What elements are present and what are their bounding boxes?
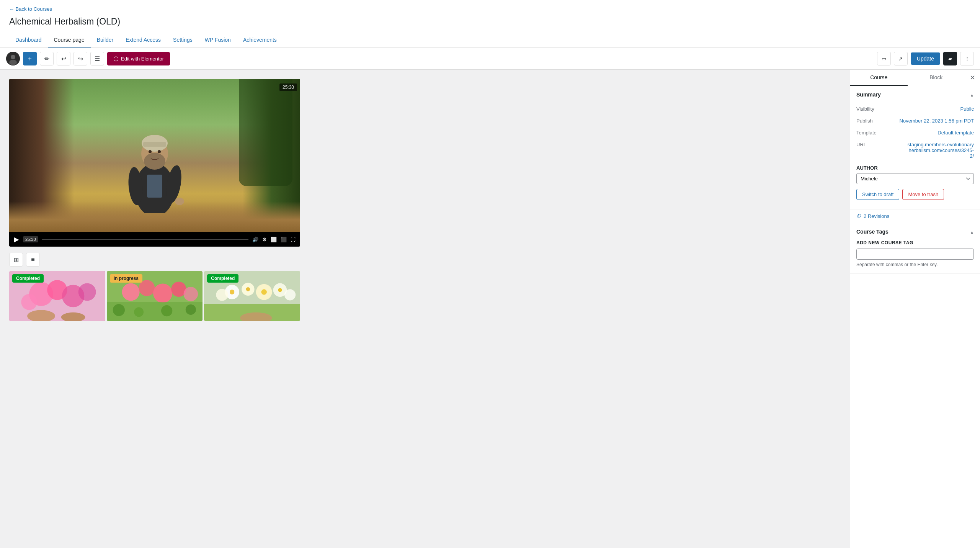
fullscreen-icon[interactable]: ⛶ bbox=[291, 237, 296, 242]
editor-toolbar: ＋ ✏ ↩ ↪ ☰ ⬡ Edit with Elementor ▭ ↗ Upda… bbox=[0, 48, 980, 70]
tab-builder[interactable]: Builder bbox=[91, 33, 120, 47]
svg-point-31 bbox=[134, 307, 144, 317]
close-icon: ✕ bbox=[970, 74, 975, 82]
template-value[interactable]: Default template bbox=[938, 130, 974, 136]
settings-panel-button[interactable]: ▰ bbox=[943, 52, 957, 65]
redo-button[interactable]: ↪ bbox=[74, 52, 87, 65]
template-row: Template Default template bbox=[856, 127, 974, 139]
course-tags-chevron-icon bbox=[970, 229, 974, 235]
external-link-button[interactable]: ↗ bbox=[894, 52, 908, 65]
main-layout: 25:30 ▶ 25:30 🔊 ⚙ ⬜ ⬛ ⛶ ⊞ ≡ bbox=[0, 70, 980, 548]
svg-point-7 bbox=[175, 198, 184, 205]
revisions-row[interactable]: ⏱ 2 Revisions bbox=[850, 209, 980, 223]
edit-tool-button[interactable]: ✏ bbox=[40, 52, 54, 65]
video-progress-bar[interactable] bbox=[42, 239, 248, 240]
svg-point-26 bbox=[153, 284, 172, 303]
summary-section: Summary Visibility Public Publish Novemb… bbox=[850, 86, 980, 209]
svg-point-42 bbox=[246, 287, 250, 291]
video-scene: 25:30 bbox=[9, 79, 300, 232]
svg-point-30 bbox=[113, 304, 124, 316]
svg-point-2 bbox=[9, 60, 17, 65]
settings-video-icon[interactable]: ⚙ bbox=[262, 237, 267, 242]
action-buttons: Switch to draft Move to trash bbox=[856, 189, 974, 200]
airplay-icon[interactable]: ⬜ bbox=[271, 237, 277, 242]
undo-button[interactable]: ↩ bbox=[57, 52, 70, 65]
svg-point-14 bbox=[158, 150, 161, 153]
elementor-icon: ⬡ bbox=[113, 55, 119, 62]
undo-icon: ↩ bbox=[61, 55, 66, 62]
more-options-button[interactable]: ⋮ bbox=[960, 52, 974, 65]
svg-point-43 bbox=[261, 289, 267, 295]
url-value[interactable]: staging.members.evolutionaryherbalism.co… bbox=[905, 142, 974, 159]
sidebar-panel: Course Block ✕ Summary Visibility Public… bbox=[850, 70, 980, 548]
video-controls: ▶ 25:30 🔊 ⚙ ⬜ ⬛ ⛶ bbox=[9, 232, 300, 247]
svg-point-39 bbox=[216, 289, 228, 301]
svg-point-24 bbox=[122, 283, 139, 301]
back-to-courses-link[interactable]: ← Back to Courses bbox=[9, 6, 52, 12]
kebab-menu-icon: ⋮ bbox=[965, 56, 970, 62]
gallery-toolbar: ⊞ ≡ bbox=[9, 253, 841, 267]
url-row: URL staging.members.evolutionaryherbalis… bbox=[856, 139, 974, 162]
video-duration-badge: 25:30 bbox=[23, 236, 38, 242]
tab-dashboard[interactable]: Dashboard bbox=[9, 33, 48, 47]
summary-section-header[interactable]: Summary bbox=[850, 86, 980, 103]
tab-achievements[interactable]: Achievements bbox=[237, 33, 283, 47]
grid-icon: ⊞ bbox=[14, 256, 19, 263]
gallery-badge-1: Completed bbox=[12, 274, 44, 283]
video-block: 25:30 ▶ 25:30 🔊 ⚙ ⬜ ⬛ ⛶ bbox=[9, 79, 300, 247]
revisions-label: 2 Revisions bbox=[864, 213, 889, 219]
course-tags-section: Course Tags ADD NEW COURSE TAG Separate … bbox=[850, 223, 980, 274]
gallery-badge-2: In progress bbox=[110, 274, 142, 283]
update-button[interactable]: Update bbox=[911, 52, 940, 65]
gallery-item[interactable]: Completed bbox=[204, 271, 300, 321]
svg-point-28 bbox=[183, 287, 198, 301]
person-in-video bbox=[124, 113, 185, 213]
pip-icon[interactable]: ⬛ bbox=[281, 237, 287, 242]
close-panel-button[interactable]: ✕ bbox=[965, 70, 980, 86]
author-select[interactable]: Michele bbox=[856, 173, 974, 184]
tab-wp-fusion[interactable]: WP Fusion bbox=[199, 33, 237, 47]
panel-tabs: Course Block ✕ bbox=[850, 70, 980, 86]
play-icon[interactable]: ▶ bbox=[14, 235, 19, 244]
svg-point-41 bbox=[230, 290, 235, 294]
svg-rect-4 bbox=[147, 175, 162, 198]
svg-point-13 bbox=[149, 150, 152, 153]
course-tags-content: ADD NEW COURSE TAG Separate with commas … bbox=[850, 240, 980, 273]
course-tag-input[interactable] bbox=[856, 249, 974, 260]
publish-value[interactable]: November 22, 2023 1:56 pm PDT bbox=[900, 118, 974, 124]
external-link-icon: ↗ bbox=[898, 56, 903, 62]
svg-rect-12 bbox=[143, 142, 166, 147]
tab-course-page[interactable]: Course page bbox=[48, 33, 91, 47]
tab-settings[interactable]: Settings bbox=[167, 33, 199, 47]
edit-with-elementor-button[interactable]: ⬡ Edit with Elementor bbox=[107, 52, 170, 65]
panel-tab-course[interactable]: Course bbox=[850, 70, 908, 86]
svg-point-20 bbox=[78, 283, 96, 301]
top-navigation: Dashboard Course page Builder Extend Acc… bbox=[9, 33, 971, 47]
course-tags-header[interactable]: Course Tags bbox=[850, 223, 980, 240]
summary-chevron-icon bbox=[970, 92, 974, 98]
add-block-button[interactable]: ＋ bbox=[23, 52, 37, 65]
gallery-item[interactable]: In progress bbox=[107, 271, 203, 321]
list-view-toggle-button[interactable]: ≡ bbox=[26, 253, 40, 267]
svg-point-10 bbox=[144, 153, 165, 170]
redo-icon: ↪ bbox=[78, 55, 83, 62]
page-title: Alchemical Herbalism (OLD) bbox=[9, 16, 971, 27]
svg-point-40 bbox=[284, 289, 296, 300]
move-to-trash-button[interactable]: Move to trash bbox=[902, 189, 944, 200]
gallery-item[interactable]: Completed bbox=[9, 271, 105, 321]
preview-mode-button[interactable]: ▭ bbox=[877, 52, 891, 65]
add-tag-label: ADD NEW COURSE TAG bbox=[856, 240, 974, 245]
visibility-value[interactable]: Public bbox=[960, 106, 974, 112]
svg-point-44 bbox=[278, 288, 282, 292]
grid-view-button[interactable]: ⊞ bbox=[9, 253, 23, 267]
summary-label: Summary bbox=[856, 92, 881, 98]
switch-to-draft-button[interactable]: Switch to draft bbox=[856, 189, 899, 200]
editor-canvas: 25:30 ▶ 25:30 🔊 ⚙ ⬜ ⬛ ⛶ ⊞ ≡ bbox=[0, 70, 850, 548]
volume-icon[interactable]: 🔊 bbox=[252, 237, 258, 242]
tab-extend-access[interactable]: Extend Access bbox=[119, 33, 167, 47]
avatar bbox=[6, 52, 20, 65]
svg-point-1 bbox=[11, 55, 15, 59]
summary-section-content: Visibility Public Publish November 22, 2… bbox=[850, 103, 980, 209]
panel-tab-block[interactable]: Block bbox=[908, 70, 965, 86]
list-view-button[interactable]: ☰ bbox=[90, 52, 104, 65]
